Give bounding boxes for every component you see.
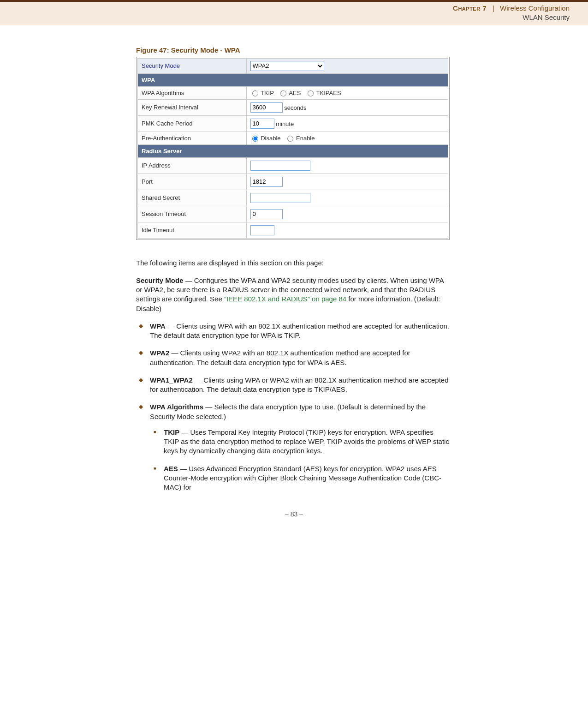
disable-label: Disable: [261, 135, 280, 142]
wpa-term: WPA: [150, 322, 166, 330]
ieee-radius-xref[interactable]: “IEEE 802.1X and RADIUS” on page 84: [224, 295, 346, 303]
ip-address-label: IP Address: [138, 157, 247, 174]
list-item: WPA — Clients using WPA with an 802.1X a…: [150, 322, 450, 341]
key-renewal-unit: seconds: [284, 104, 306, 111]
pmk-cache-label: PMK Cache Period: [138, 115, 247, 132]
list-item: WPA1_WPA2 — Clients using WPA or WPA2 wi…: [150, 376, 450, 395]
chapter-label: Chapter 7: [453, 4, 487, 12]
page-footer: – 83 –: [0, 510, 588, 527]
port-label: Port: [138, 174, 247, 190]
session-timeout-input[interactable]: [250, 209, 283, 219]
idle-timeout-input[interactable]: [250, 225, 274, 235]
intro-paragraph: The following items are displayed in thi…: [136, 258, 450, 268]
pre-auth-disable-radio[interactable]: [252, 136, 258, 142]
key-renewal-input[interactable]: [250, 102, 283, 113]
security-mode-label: Security Mode: [138, 58, 247, 73]
tkip-term: TKIP: [164, 428, 179, 436]
chapter-title: Wireless Configuration: [500, 4, 570, 12]
tkipaes-label: TKIPAES: [316, 90, 341, 96]
port-input[interactable]: [250, 177, 283, 187]
wpa1-wpa2-term: WPA1_WPA2: [150, 376, 193, 384]
list-item: AES — Uses Advanced Encryption Standard …: [164, 464, 450, 492]
aes-label: AES: [289, 90, 301, 96]
page-number: – 83 –: [285, 510, 303, 518]
body-text: The following items are displayed in thi…: [136, 258, 450, 492]
security-mode-term: Security Mode: [136, 276, 184, 284]
pre-auth-enable-radio[interactable]: [287, 136, 293, 142]
figure-screenshot: Security Mode WPA2 WPA WPA Algorithms TK…: [136, 57, 450, 240]
page-header: Chapter 7 | Wireless Configuration WLAN …: [0, 0, 588, 25]
list-item: TKIP — Uses Temporal Key Integrity Proto…: [164, 428, 450, 456]
security-mode-paragraph: Security Mode — Configures the WPA and W…: [136, 276, 450, 313]
session-timeout-label: Session Timeout: [138, 206, 247, 222]
key-renewal-label: Key Renewal Interval: [138, 99, 247, 115]
separator: |: [493, 4, 494, 12]
idle-timeout-label: Idle Timeout: [138, 222, 247, 238]
shared-secret-input[interactable]: [250, 193, 310, 203]
wpa-algorithms-label: WPA Algorithms: [138, 86, 247, 99]
pmk-cache-input[interactable]: [250, 119, 274, 129]
wpa-alg-tkip-radio[interactable]: [252, 90, 258, 96]
list-item: WPA Algorithms — Selects the data encryp…: [150, 402, 450, 492]
tkip-label: TKIP: [261, 90, 274, 96]
enable-label: Enable: [296, 135, 315, 142]
radius-section-header: Radius Server: [138, 144, 448, 157]
pre-auth-label: Pre-Authentication: [138, 132, 247, 144]
aes-term: AES: [164, 465, 178, 473]
wpa2-term: WPA2: [150, 349, 169, 357]
pmk-cache-unit: minute: [276, 120, 294, 127]
wpa-section-header: WPA: [138, 73, 448, 86]
list-item: WPA2 — Clients using WPA2 with an 802.1X…: [150, 348, 450, 367]
header-subtitle: WLAN Security: [0, 13, 570, 22]
shared-secret-label: Shared Secret: [138, 190, 247, 206]
security-mode-select[interactable]: WPA2: [250, 61, 324, 71]
wpa-alg-tkipaes-radio[interactable]: [308, 90, 314, 96]
figure-caption: Figure 47: Security Mode - WPA: [136, 46, 450, 54]
wpa-alg-aes-radio[interactable]: [280, 90, 286, 96]
ip-address-input[interactable]: [250, 161, 310, 171]
wpa-algorithms-term: WPA Algorithms: [150, 403, 203, 411]
